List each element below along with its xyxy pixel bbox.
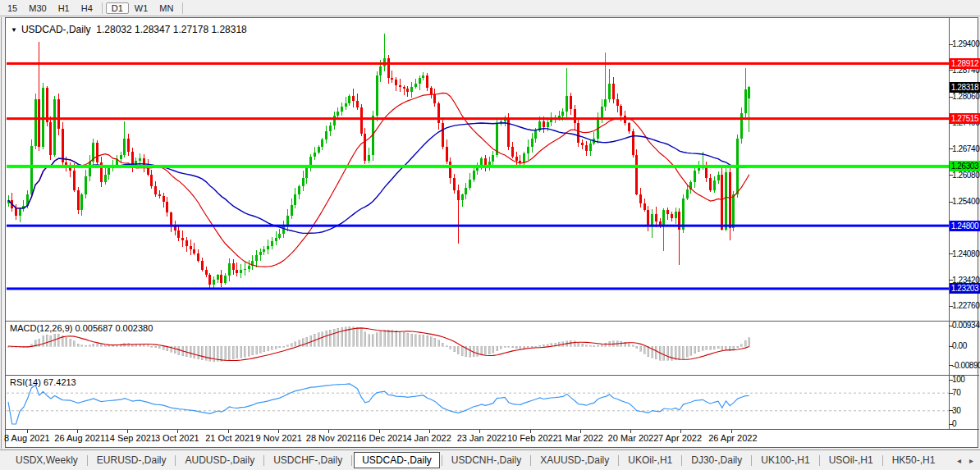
tab-xauusd-daily[interactable]: XAUUSD-,Daily xyxy=(533,452,616,468)
date-axis[interactable]: 8 Aug 202126 Aug 202114 Sep 20213 Oct 20… xyxy=(0,430,949,449)
date-label: 8 Aug 2021 xyxy=(4,433,50,443)
tab-usoil-h1[interactable]: USOil-,H1 xyxy=(822,452,881,468)
timeframe-toolbar: 15M30H1H4D1W1MN xyxy=(0,0,980,16)
date-label: 1 Mar 2022 xyxy=(557,433,603,443)
tab-separator xyxy=(819,455,820,466)
macd-tick: -0.008902 xyxy=(952,361,980,370)
price-tick: 1.24080 xyxy=(952,249,979,258)
price-badge-1.27515: 1.27515 xyxy=(950,113,980,124)
chart-title: ▼USDCAD-,Daily 1.28032 1.28347 1.27178 1… xyxy=(11,24,247,35)
price-badge-1.24800: 1.24800 xyxy=(950,221,980,231)
tab-separator xyxy=(618,455,619,466)
date-label: 7 Apr 2022 xyxy=(658,433,702,443)
tab-separator xyxy=(681,455,682,466)
tab-separator xyxy=(351,455,352,466)
price-tick: 1.22760 xyxy=(952,301,979,310)
tab-uk100-h1[interactable]: UK100-,H1 xyxy=(753,452,817,468)
date-label: 14 Sep 2021 xyxy=(105,433,156,443)
date-label: 4 Jan 2022 xyxy=(406,433,451,443)
macd-indicator-name: MACD(12,26,9) xyxy=(10,323,72,333)
rsi-tick: 70 xyxy=(952,388,960,397)
tab-separator xyxy=(442,455,442,466)
chart-title-ohlc: 1.28032 1.28347 1.27178 1.28318 xyxy=(96,24,247,35)
tab-usdcnh-daily[interactable]: USDCNH-,Daily xyxy=(444,452,529,468)
price-tick: 1.25400 xyxy=(952,197,979,206)
tab-usdx-weekly[interactable]: USDX,Weekly xyxy=(8,452,85,468)
timeframe-h4[interactable]: H4 xyxy=(76,2,98,14)
date-label: 16 Dec 2021 xyxy=(356,433,407,443)
tab-scroll-right-icon[interactable]: ▸ xyxy=(968,456,975,465)
timeframe-w1[interactable]: W1 xyxy=(129,2,154,14)
tab-audusd-daily[interactable]: AUDUSD-,Daily xyxy=(177,452,262,468)
macd-label: MACD(12,26,9) 0.005687 0.002380 xyxy=(10,323,153,333)
date-label: 9 Nov 2021 xyxy=(256,433,302,443)
timeframe-h1[interactable]: H1 xyxy=(53,2,76,14)
timeframe-15[interactable]: 15 xyxy=(2,2,23,14)
date-label: 3 Oct 2021 xyxy=(155,433,199,443)
date-label: 28 Nov 2021 xyxy=(306,433,357,443)
rsi-label: RSI(14) 67.4213 xyxy=(10,377,76,387)
date-label: 10 Feb 2022 xyxy=(507,433,558,443)
price-tick: 1.28060 xyxy=(952,92,979,101)
tab-nav: ◂▸ xyxy=(955,456,980,465)
date-label: 26 Aug 2021 xyxy=(54,433,105,443)
price-axis[interactable]: 1.294001.287401.280601.274001.267401.260… xyxy=(950,17,980,449)
tab-usdchf-daily[interactable]: USDCHF-,Daily xyxy=(266,452,350,468)
rsi-indicator-name: RSI(14) xyxy=(10,377,41,387)
date-label: 26 Apr 2022 xyxy=(708,433,757,443)
price-badge-1.28318: 1.28318 xyxy=(950,82,980,93)
macd-tick: 0.009345 xyxy=(952,321,980,330)
tab-ukoil-h1[interactable]: UKOil-,H1 xyxy=(621,452,680,468)
price-tick: 1.29400 xyxy=(952,39,979,48)
rsi-tick: 30 xyxy=(952,406,960,415)
rsi-tick: 0 xyxy=(952,419,956,428)
price-badge-1.23203: 1.23203 xyxy=(950,283,980,294)
chart-title-symbol: USDCAD-,Daily xyxy=(21,24,91,35)
toolbar-separator xyxy=(102,2,103,14)
price-tick: 1.26740 xyxy=(952,144,979,153)
timeframe-mn[interactable]: MN xyxy=(153,2,179,14)
date-label: 20 Mar 2022 xyxy=(608,433,659,443)
toolbar-separator xyxy=(182,2,183,14)
chart-tabs: USDX,WeeklyEURUSD-,DailyAUDUSD-,DailyUSD… xyxy=(0,449,980,470)
tab-separator xyxy=(751,455,752,466)
price-badge-1.26303: 1.26303 xyxy=(950,161,980,171)
tab-usdcad-daily[interactable]: USDCAD-,Daily xyxy=(354,452,440,468)
tab-scroll-left-icon[interactable]: ◂ xyxy=(955,456,963,465)
tab-eurusd-daily[interactable]: EURUSD-,Daily xyxy=(89,452,174,468)
tab-separator xyxy=(175,455,176,466)
tab-hk50-h1[interactable]: HK50-,H1 xyxy=(885,452,943,468)
tab-separator xyxy=(87,455,88,466)
macd-values: 0.005687 0.002380 xyxy=(75,323,153,333)
timeframe-d1[interactable]: D1 xyxy=(106,2,129,14)
tab-separator xyxy=(263,455,264,466)
chart-plot-area[interactable] xyxy=(7,22,949,429)
date-label: 21 Oct 2021 xyxy=(205,433,254,443)
rsi-value: 67.4213 xyxy=(44,377,76,387)
tab-separator xyxy=(530,455,531,466)
price-badge-1.28912: 1.28912 xyxy=(950,58,980,69)
timeframe-m30[interactable]: M30 xyxy=(23,2,52,14)
tab-dj30-daily[interactable]: DJ30-,Daily xyxy=(684,452,749,468)
tab-separator xyxy=(882,455,883,466)
date-label: 23 Jan 2022 xyxy=(457,433,507,443)
chart-marker-icon: ▼ xyxy=(11,26,17,34)
rsi-tick: 100 xyxy=(952,375,965,384)
macd-tick: 0.00 xyxy=(952,341,967,350)
